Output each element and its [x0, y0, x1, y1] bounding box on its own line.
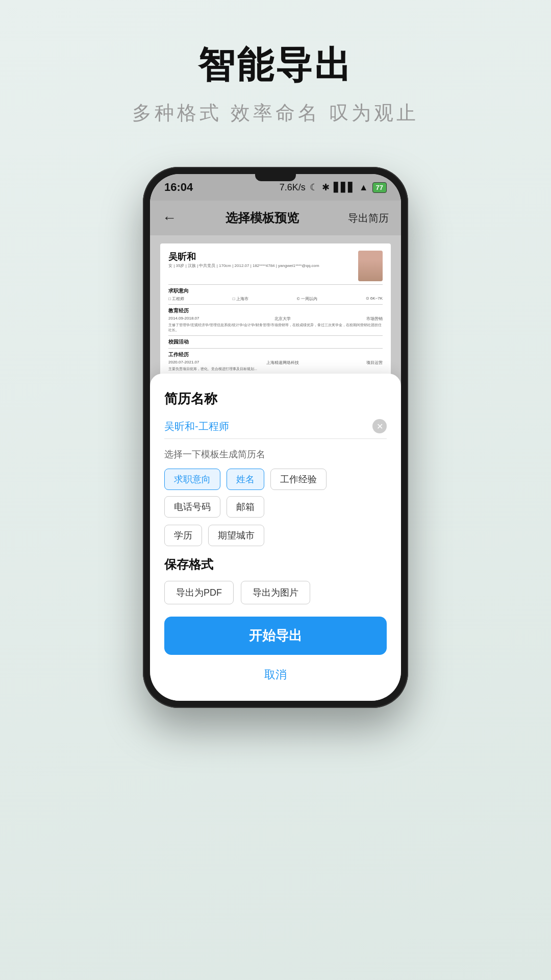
resume-name-input-row: ✕ [164, 419, 387, 439]
bluetooth-icon: ✱ [322, 182, 330, 193]
work-role: 项目运营 [366, 360, 383, 365]
resume-info: 女 | 35岁 | 汉族 | 中共党员 | 170cm | 2012.07 | … [168, 263, 319, 268]
moon-icon: ☾ [310, 182, 318, 193]
work-section: 工作经历 2020.07-2021.07 上海精速网络科技 项目运营 主要负责项… [168, 348, 383, 372]
template-label: 选择一下模板生成简历名 [164, 448, 387, 460]
tag-expected-city[interactable]: 期望城市 [208, 525, 264, 546]
save-format-title: 保存格式 [164, 556, 387, 573]
salary-field: ⊙ 6K~7K [366, 296, 383, 302]
city-field: □ 上海市 [233, 296, 248, 302]
clear-input-button[interactable]: ✕ [372, 419, 387, 433]
signal-icon: ▋▋▋ [334, 182, 355, 193]
bottom-sheet: 简历名称 ✕ 选择一下模板生成简历名 求职意向 姓名 工作经验 电话号码 邮箱 [150, 374, 401, 701]
battery-icon: 77 [372, 182, 387, 193]
tag-job-intention[interactable]: 求职意向 [164, 469, 220, 490]
work-title: 工作经历 [168, 351, 383, 358]
tag-education[interactable]: 学历 [164, 525, 202, 546]
header-title: 选择模板预览 [226, 210, 299, 226]
page-title: 智能导出 [198, 41, 353, 90]
phone-shell: 16:04 7.6K/s ☾ ✱ ▋▋▋ ▲ 77 ← 选择模板预览 导出简历 [143, 167, 408, 708]
template-tags-row[interactable]: 求职意向 姓名 工作经验 电话号码 邮箱 [164, 469, 387, 518]
tag-work-experience[interactable]: 工作经验 [270, 469, 327, 490]
page-subtitle: 多种格式 效率命名 叹为观止 [132, 100, 418, 126]
edu-major: 市场营销 [366, 316, 383, 322]
back-button[interactable]: ← [162, 210, 177, 226]
tag-email[interactable]: 邮箱 [227, 496, 264, 518]
job-intention-section: 求职意向 □ 工程师 □ 上海市 © 一周以内 ⊙ 6K~7K [168, 284, 383, 302]
edu-school: 北京大学 [274, 316, 291, 322]
resume-name: 吴昕和 [168, 251, 319, 263]
edu-title: 教育经历 [168, 307, 383, 314]
job-field: □ 工程师 [168, 296, 184, 302]
export-resume-button[interactable]: 导出简历 [348, 211, 389, 225]
wifi-icon: ▲ [359, 182, 368, 193]
tag-name[interactable]: 姓名 [227, 469, 264, 490]
template-tags-row-2[interactable]: 学历 期望城市 [164, 525, 387, 546]
edu-detail: 主修了管理学/宏观经济学/管理信息系统/统计学/会计学/财务管理/市场营销等，在… [168, 323, 383, 333]
phone-mockup: 16:04 7.6K/s ☾ ✱ ▋▋▋ ▲ 77 ← 选择模板预览 导出简历 [143, 167, 408, 703]
resume-name-input[interactable] [164, 421, 372, 432]
format-tags-row: 导出为PDF 导出为图片 [164, 581, 387, 604]
available-field: © 一周以内 [297, 296, 317, 302]
app-header: ← 选择模板预览 导出简历 [150, 201, 401, 235]
education-section: 教育经历 2014.09-2018.07 北京大学 市场营销 主修了管理学/宏观… [168, 304, 383, 333]
export-image-tag[interactable]: 导出为图片 [241, 581, 310, 604]
work-company: 上海精速网络科技 [266, 360, 299, 365]
campus-section: 校园活动 [168, 335, 383, 346]
tag-phone[interactable]: 电话号码 [164, 496, 220, 518]
phone-screen: 16:04 7.6K/s ☾ ✱ ▋▋▋ ▲ 77 ← 选择模板预览 导出简历 [150, 174, 401, 701]
avatar-face [358, 251, 383, 281]
work-detail: 主要负责项目统筹，密化、竞合模进打理事及目标规划... [168, 366, 383, 372]
start-export-button[interactable]: 开始导出 [164, 617, 387, 655]
status-icons: 7.6K/s ☾ ✱ ▋▋▋ ▲ 77 [280, 182, 387, 193]
resume-card: 吴昕和 女 | 35岁 | 汉族 | 中共党员 | 170cm | 2012.0… [160, 243, 391, 378]
resume-preview: 吴昕和 女 | 35岁 | 汉族 | 中共党员 | 170cm | 2012.0… [150, 235, 401, 386]
work-period: 2020.07-2021.07 [168, 360, 199, 365]
resume-avatar [358, 251, 383, 281]
sheet-title: 简历名称 [164, 390, 387, 408]
job-intention-title: 求职意向 [168, 287, 383, 295]
export-pdf-tag[interactable]: 导出为PDF [164, 581, 234, 604]
edu-period: 2014.09-2018.07 [168, 316, 199, 322]
cancel-button[interactable]: 取消 [164, 663, 387, 687]
campus-title: 校园活动 [168, 338, 383, 346]
network-speed: 7.6K/s [280, 182, 306, 193]
phone-notch [255, 174, 296, 181]
status-time: 16:04 [164, 181, 193, 194]
